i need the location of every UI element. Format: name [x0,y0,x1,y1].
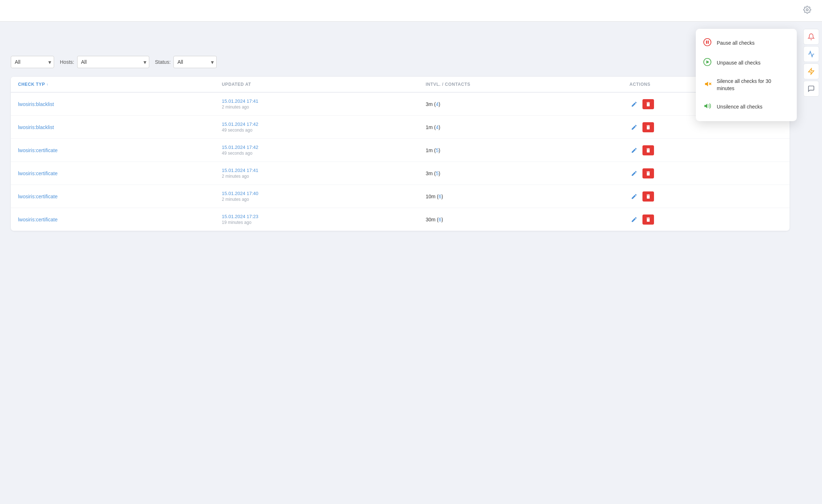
status-select[interactable]: All [173,56,217,68]
updated-at-ago: 2 minutes ago [222,197,425,202]
svg-point-10 [811,34,812,35]
updated-at-ago: 49 seconds ago [222,151,425,156]
interval-contacts: 1m (4) [426,124,629,130]
edit-button[interactable] [629,215,639,224]
delete-button[interactable] [642,122,654,132]
table-row: lwosiris:blacklist 15.01.2024 17:41 2 mi… [11,93,790,116]
unmute-icon [703,102,712,112]
unsilence-all-checks-item[interactable]: Unsilence all checks [696,97,797,117]
right-sidebar [800,22,822,504]
interval-contacts: 3m (4) [426,101,629,107]
table-row: lwosiris:blacklist 15.01.2024 17:42 49 s… [11,116,790,139]
check-name-link[interactable]: lwosiris:certificate [18,194,58,199]
status-label: Status: [155,59,171,65]
pause-icon [703,38,712,48]
edit-button[interactable] [629,100,639,109]
hosts-label: Hosts: [60,59,74,65]
unpause-all-checks-item[interactable]: Unpause all checks [696,53,797,73]
svg-marker-9 [704,104,707,109]
updated-at-ago: 2 minutes ago [222,105,425,110]
contacts-count: 4 [436,101,439,107]
edit-button[interactable] [629,169,639,178]
interval-contacts: 30m (6) [426,217,629,222]
table-header: CHECK TYP ↑ UPDATED AT INTVL. / CONTACTS… [11,77,790,93]
interval-contacts: 10m (6) [426,194,629,199]
contacts-count: 4 [436,124,439,130]
delete-button[interactable] [642,215,654,225]
col-header-interval-contacts[interactable]: INTVL. / CONTACTS [426,82,629,87]
table-rows-container: lwosiris:blacklist 15.01.2024 17:41 2 mi… [11,93,790,231]
table-row: lwosiris:certificate 15.01.2024 17:40 2 … [11,185,790,208]
check-name-link[interactable]: lwosiris:certificate [18,147,58,153]
actions-cell [629,168,782,178]
svg-point-1 [704,39,711,46]
silence-all-checks-item[interactable]: Silence all checks for 30 minutes [696,73,797,97]
type-select-wrapper: All [11,56,54,68]
type-filter-group: All [11,56,54,68]
gear-button[interactable] [801,4,813,18]
updated-at-date: 15.01.2024 17:41 [222,168,425,173]
sidebar-notifications-btn[interactable] [803,29,819,45]
pause-all-checks-label: Pause all checks [717,40,755,47]
table-row: lwosiris:certificate 15.01.2024 17:41 2 … [11,162,790,185]
svg-rect-3 [708,40,709,44]
svg-marker-11 [809,68,814,75]
col-header-check-type[interactable]: CHECK TYP ↑ [18,82,222,87]
col-header-updated-at[interactable]: UPDATED AT [222,82,425,87]
delete-button[interactable] [642,145,654,155]
interval-contacts: 3m (5) [426,171,629,176]
contacts-count: 6 [438,217,441,222]
delete-button[interactable] [642,99,654,109]
check-name-link[interactable]: lwosiris:certificate [18,217,58,222]
action-bar: + + New check [11,32,790,49]
table-row: lwosiris:certificate 15.01.2024 17:42 49… [11,139,790,162]
hosts-filter-group: Hosts: All [60,56,149,68]
edit-button[interactable] [629,123,639,132]
contacts-count: 6 [438,194,441,199]
sidebar-chat-btn[interactable] [803,81,819,97]
unsilence-all-checks-label: Unsilence all checks [717,103,763,111]
delete-button[interactable] [642,191,654,202]
pause-all-checks-item[interactable]: Pause all checks [696,33,797,53]
updated-at-date: 15.01.2024 17:23 [222,214,425,219]
type-select[interactable]: All [11,56,54,68]
hosts-select[interactable]: All [77,56,149,68]
filters-bar: All Hosts: All Status: All [11,56,790,68]
unpause-all-checks-label: Unpause all checks [717,59,760,67]
contacts-count: 5 [436,147,439,153]
delete-button[interactable] [642,168,654,178]
updated-at-ago: 19 minutes ago [222,220,425,225]
actions-cell [629,191,782,202]
updated-at-ago: 49 seconds ago [222,128,425,133]
svg-rect-2 [706,40,707,44]
svg-marker-6 [705,82,708,87]
content-area: + + New check All Hosts: All [0,22,800,504]
updated-at-date: 15.01.2024 17:40 [222,191,425,196]
updated-at-ago: 2 minutes ago [222,174,425,179]
sort-arrow-icon: ↑ [47,83,49,87]
contacts-count: 5 [436,171,439,176]
check-name-link[interactable]: lwosiris:blacklist [18,101,54,107]
actions-cell [629,122,782,132]
interval-contacts: 1m (5) [426,147,629,153]
mute-icon [703,80,712,90]
silence-all-checks-label: Silence all checks for 30 minutes [717,78,790,92]
edit-button[interactable] [629,146,639,155]
status-select-wrapper: All [173,56,217,68]
actions-cell [629,145,782,155]
check-name-link[interactable]: lwosiris:certificate [18,171,58,176]
status-filter-group: Status: All [155,56,217,68]
svg-marker-5 [706,60,709,63]
play-icon [703,58,712,68]
sidebar-analytics-btn[interactable] [803,46,819,62]
updated-at-date: 15.01.2024 17:41 [222,98,425,104]
checks-table: CHECK TYP ↑ UPDATED AT INTVL. / CONTACTS… [11,77,790,231]
hosts-select-wrapper: All [77,56,149,68]
top-bar [0,0,822,22]
check-name-link[interactable]: lwosiris:blacklist [18,124,54,130]
table-row: lwosiris:certificate 15.01.2024 17:23 19… [11,208,790,231]
edit-button[interactable] [629,192,639,201]
gear-dropdown-menu: Pause all checks Unpause all checks Sile… [696,29,797,121]
updated-at-date: 15.01.2024 17:42 [222,145,425,150]
sidebar-alerts-btn[interactable] [803,63,819,79]
